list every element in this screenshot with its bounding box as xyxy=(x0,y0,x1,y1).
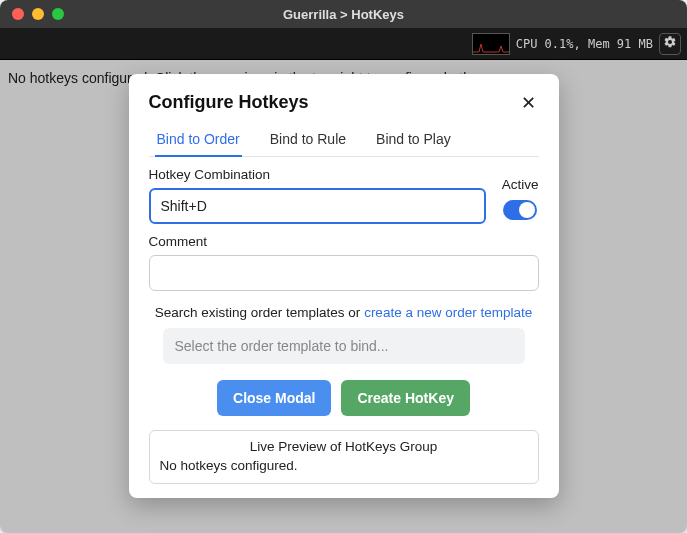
hotkey-input[interactable] xyxy=(149,188,486,224)
live-preview: Live Preview of HotKeys Group No hotkeys… xyxy=(149,430,539,484)
close-modal-button[interactable]: Close Modal xyxy=(217,380,331,416)
window-title: Guerrilla > HotKeys xyxy=(0,7,687,22)
titlebar: Guerrilla > HotKeys xyxy=(0,0,687,28)
tab-bind-to-order[interactable]: Bind to Order xyxy=(155,125,242,157)
configure-hotkeys-modal: Configure Hotkeys ✕ Bind to Order Bind t… xyxy=(129,74,559,498)
settings-button[interactable] xyxy=(659,33,681,55)
template-select[interactable]: Select the order template to bind... xyxy=(163,328,525,364)
comment-input[interactable] xyxy=(149,255,539,291)
close-icon: ✕ xyxy=(521,92,536,114)
close-button[interactable]: ✕ xyxy=(519,93,539,113)
window-maximize-button[interactable] xyxy=(52,8,64,20)
active-label: Active xyxy=(502,177,539,192)
tabs: Bind to Order Bind to Rule Bind to Play xyxy=(149,125,539,157)
tab-bind-to-play[interactable]: Bind to Play xyxy=(374,125,453,157)
create-hotkey-button[interactable]: Create HotKey xyxy=(341,380,469,416)
toggle-knob xyxy=(519,202,535,218)
gear-icon xyxy=(663,35,677,53)
template-select-placeholder: Select the order template to bind... xyxy=(175,338,389,354)
create-template-link[interactable]: create a new order template xyxy=(364,305,532,320)
cpu-graph xyxy=(472,33,510,55)
toolbar: CPU 0.1%, Mem 91 MB xyxy=(0,28,687,60)
modal-title: Configure Hotkeys xyxy=(149,92,309,113)
active-toggle[interactable] xyxy=(503,200,537,220)
tab-bind-to-rule[interactable]: Bind to Rule xyxy=(268,125,348,157)
comment-label: Comment xyxy=(149,234,539,249)
preview-body: No hotkeys configured. xyxy=(160,458,528,473)
system-stats: CPU 0.1%, Mem 91 MB xyxy=(516,37,653,51)
search-hint: Search existing order templates or creat… xyxy=(149,305,539,320)
hotkey-label: Hotkey Combination xyxy=(149,167,486,182)
window-close-button[interactable] xyxy=(12,8,24,20)
preview-title: Live Preview of HotKeys Group xyxy=(160,439,528,454)
window-minimize-button[interactable] xyxy=(32,8,44,20)
app-window: Guerrilla > HotKeys CPU 0.1%, Mem 91 MB … xyxy=(0,0,687,533)
search-hint-text: Search existing order templates or xyxy=(155,305,364,320)
traffic-lights xyxy=(0,8,64,20)
